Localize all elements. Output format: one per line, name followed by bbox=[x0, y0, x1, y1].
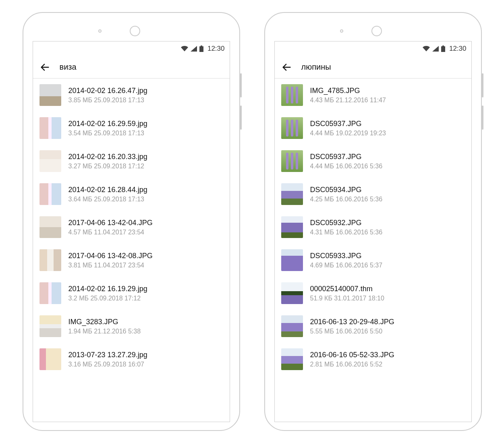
file-meta: 4.25 МБ 16.06.2016 5:36 bbox=[310, 196, 383, 203]
file-thumbnail bbox=[39, 249, 61, 271]
sensor-row bbox=[273, 21, 473, 41]
list-item[interactable]: DSC05932.JPG4.31 МБ 16.06.2016 5:36 bbox=[275, 211, 471, 244]
svg-rect-2 bbox=[442, 46, 444, 46]
file-text: IMG_3283.JPG1.94 МБ 21.12.2016 5:38 bbox=[68, 318, 141, 335]
file-meta: 4.44 МБ 19.02.2019 19:23 bbox=[310, 130, 386, 137]
file-thumbnail bbox=[39, 84, 61, 106]
cell-signal-icon bbox=[432, 46, 439, 52]
list-item[interactable]: 2016-06-13 20-29-48.JPG5.55 МБ 16.06.201… bbox=[275, 310, 471, 343]
file-text: 2014-02-02 16.26.47.jpg3.85 МБ 25.09.201… bbox=[68, 87, 147, 104]
file-meta: 2.81 МБ 16.06.2016 5:52 bbox=[310, 361, 394, 368]
app-bar: люпины bbox=[275, 56, 471, 79]
file-name: DSC05933.JPG bbox=[310, 252, 383, 260]
status-time: 12:30 bbox=[207, 45, 225, 53]
file-list[interactable]: 2014-02-02 16.26.47.jpg3.85 МБ 25.09.201… bbox=[33, 79, 230, 422]
file-meta: 51.9 КБ 31.01.2017 18:10 bbox=[310, 295, 384, 302]
file-thumbnail bbox=[281, 84, 303, 106]
file-text: 2014-02-02 16.19.29.jpg3.2 МБ 25.09.2018… bbox=[68, 285, 147, 302]
list-item[interactable]: 2017-04-06 13-42-04.JPG4.57 МБ 11.04.201… bbox=[33, 211, 230, 244]
file-name: IMG_4785.JPG bbox=[310, 87, 386, 95]
file-name: 000025140007.thm bbox=[310, 285, 384, 293]
file-text: DSC05933.JPG4.69 МБ 16.06.2016 5:37 bbox=[310, 252, 383, 269]
speaker bbox=[130, 26, 140, 36]
list-item[interactable]: 2014-02-02 16.28.44.jpg3.64 МБ 25.09.201… bbox=[33, 178, 230, 211]
back-arrow-icon[interactable] bbox=[281, 62, 292, 73]
list-item[interactable]: DSC05934.JPG4.25 МБ 16.06.2016 5:36 bbox=[275, 178, 471, 211]
file-list[interactable]: IMG_4785.JPG4.43 МБ 21.12.2016 11:47DSC0… bbox=[275, 79, 471, 422]
page-title: люпины bbox=[301, 62, 331, 72]
file-thumbnail bbox=[39, 117, 61, 139]
file-text: DSC05937.JPG4.44 МБ 16.06.2016 5:36 bbox=[310, 153, 383, 170]
file-text: 2014-02-02 16.29.59.jpg3.54 МБ 25.09.201… bbox=[68, 120, 147, 137]
file-text: 2017-04-06 13-42-08.JPG3.81 МБ 11.04.201… bbox=[68, 252, 153, 269]
svg-rect-3 bbox=[441, 46, 445, 52]
file-name: DSC05937.JPG bbox=[310, 153, 383, 161]
file-thumbnail bbox=[39, 183, 61, 205]
file-thumbnail bbox=[281, 282, 303, 304]
back-arrow-icon[interactable] bbox=[39, 62, 51, 73]
file-meta: 4.44 МБ 16.06.2016 5:36 bbox=[310, 163, 383, 170]
phone-frame: 12:30 люпины IMG_4785.JPG4.43 МБ 21.12.2… bbox=[264, 12, 482, 431]
file-name: 2014-02-02 16.28.44.jpg bbox=[68, 186, 147, 194]
file-text: IMG_4785.JPG4.43 МБ 21.12.2016 11:47 bbox=[310, 87, 386, 104]
file-meta: 4.57 МБ 11.04.2017 23:54 bbox=[68, 229, 153, 236]
file-meta: 3.64 МБ 25.09.2018 17:13 bbox=[68, 196, 147, 203]
file-text: 2017-04-06 13-42-04.JPG4.57 МБ 11.04.201… bbox=[68, 219, 153, 236]
speaker bbox=[371, 26, 382, 36]
file-name: 2016-06-13 20-29-48.JPG bbox=[310, 318, 394, 326]
list-item[interactable]: 2014-02-02 16.19.29.jpg3.2 МБ 25.09.2018… bbox=[33, 277, 230, 310]
file-name: DSC05932.JPG bbox=[310, 219, 383, 227]
file-name: DSC05934.JPG bbox=[310, 186, 383, 194]
list-item[interactable]: IMG_4785.JPG4.43 МБ 21.12.2016 11:47 bbox=[275, 79, 471, 112]
svg-rect-1 bbox=[199, 46, 203, 52]
file-meta: 3.16 МБ 25.09.2018 16:07 bbox=[68, 361, 147, 368]
file-name: 2014-02-02 16.26.47.jpg bbox=[68, 87, 147, 95]
file-meta: 4.31 МБ 16.06.2016 5:36 bbox=[310, 229, 383, 236]
file-text: 2016-06-16 05-52-33.JPG2.81 МБ 16.06.201… bbox=[310, 351, 394, 368]
list-item[interactable]: 2017-04-06 13-42-08.JPG3.81 МБ 11.04.201… bbox=[33, 244, 230, 277]
file-thumbnail bbox=[281, 216, 303, 238]
file-name: 2014-02-02 16.20.33.jpg bbox=[68, 153, 147, 161]
file-meta: 3.81 МБ 11.04.2017 23:54 bbox=[68, 262, 153, 269]
file-name: IMG_3283.JPG bbox=[68, 318, 141, 326]
status-bar: 12:30 bbox=[33, 41, 230, 56]
list-item[interactable]: IMG_3283.JPG1.94 МБ 21.12.2016 5:38 bbox=[33, 310, 230, 343]
file-meta: 3.27 МБ 25.09.2018 17:12 bbox=[68, 163, 147, 170]
list-item[interactable]: 000025140007.thm51.9 КБ 31.01.2017 18:10 bbox=[275, 277, 471, 310]
file-name: 2014-02-02 16.29.59.jpg bbox=[68, 120, 147, 128]
list-item[interactable]: 2016-06-16 05-52-33.JPG2.81 МБ 16.06.201… bbox=[275, 343, 471, 376]
file-thumbnail bbox=[39, 216, 61, 238]
file-meta: 4.69 МБ 16.06.2016 5:37 bbox=[310, 262, 383, 269]
file-meta: 1.94 МБ 21.12.2016 5:38 bbox=[68, 328, 141, 335]
file-text: 2014-02-02 16.20.33.jpg3.27 МБ 25.09.201… bbox=[68, 153, 147, 170]
list-item[interactable]: 2014-02-02 16.29.59.jpg3.54 МБ 25.09.201… bbox=[33, 112, 230, 145]
list-item[interactable]: DSC05937.JPG4.44 МБ 16.06.2016 5:36 bbox=[275, 145, 471, 178]
page-title: виза bbox=[60, 62, 77, 72]
file-text: 000025140007.thm51.9 КБ 31.01.2017 18:10 bbox=[310, 285, 384, 302]
file-name: 2016-06-16 05-52-33.JPG bbox=[310, 351, 394, 359]
list-item[interactable]: 2014-02-02 16.20.33.jpg3.27 МБ 25.09.201… bbox=[33, 145, 230, 178]
battery-icon bbox=[199, 46, 203, 52]
status-time: 12:30 bbox=[449, 45, 467, 53]
phone-frame: 12:30 виза 2014-02-02 16.26.47.jpg3.85 М… bbox=[23, 12, 240, 431]
battery-icon bbox=[441, 46, 445, 52]
file-name: 2017-04-06 13-42-08.JPG bbox=[68, 252, 153, 260]
file-thumbnail bbox=[281, 150, 303, 172]
screen: 12:30 люпины IMG_4785.JPG4.43 МБ 21.12.2… bbox=[274, 41, 472, 422]
app-bar: виза bbox=[33, 56, 230, 79]
file-thumbnail bbox=[39, 150, 61, 172]
list-item[interactable]: DSC05933.JPG4.69 МБ 16.06.2016 5:37 bbox=[275, 244, 471, 277]
file-meta: 3.2 МБ 25.09.2018 17:12 bbox=[68, 295, 147, 302]
list-item[interactable]: DSC05937.JPG4.44 МБ 19.02.2019 19:23 bbox=[275, 112, 471, 145]
sensor-dot bbox=[98, 29, 102, 33]
file-thumbnail bbox=[39, 315, 61, 337]
cell-signal-icon bbox=[191, 46, 197, 52]
file-name: 2017-04-06 13-42-04.JPG bbox=[68, 219, 153, 227]
sensor-dot bbox=[340, 29, 343, 33]
list-item[interactable]: 2014-02-02 16.26.47.jpg3.85 МБ 25.09.201… bbox=[33, 79, 230, 112]
file-thumbnail bbox=[281, 348, 303, 370]
file-thumbnail bbox=[39, 282, 61, 304]
file-meta: 3.85 МБ 25.09.2018 17:13 bbox=[68, 97, 147, 104]
file-name: 2013-07-23 13.27.29.jpg bbox=[68, 351, 147, 359]
list-item[interactable]: 2013-07-23 13.27.29.jpg3.16 МБ 25.09.201… bbox=[33, 343, 230, 376]
